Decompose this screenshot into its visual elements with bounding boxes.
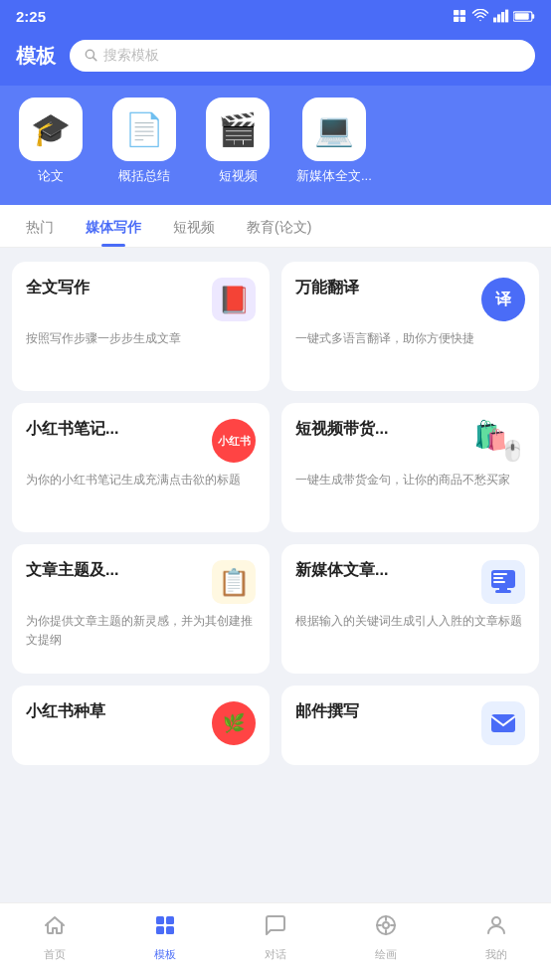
- search-icon: [84, 48, 97, 65]
- chat-icon: [264, 913, 287, 943]
- svg-rect-23: [166, 926, 174, 934]
- header-title: 模板: [16, 43, 60, 70]
- card-wenzhangzhuti-desc: 为你提供文章主题的新灵感，并为其创建推文提纲: [26, 612, 256, 650]
- card-xiaohongshu-title: 小红书笔记...: [26, 419, 118, 440]
- card-quanwen-desc: 按照写作步骤一步步生成文章: [26, 329, 256, 348]
- card-duanshipindaihuo-header: 短视频带货... 🛍️ 🖱️: [295, 419, 525, 463]
- template-item-xinmeiti[interactable]: 💻 新媒体全文...: [296, 98, 372, 185]
- tabs-container: 热门 媒体写作 短视频 教育(论文): [0, 205, 551, 248]
- card-quanwen-header: 全文写作 📕: [26, 278, 256, 321]
- main-content: 热门 媒体写作 短视频 教育(论文) 全文写作 📕 按照写作步骤一步步生成文章 …: [0, 205, 551, 859]
- template-item-luwen[interactable]: 🎓 论文: [16, 98, 86, 185]
- card-wenzhangzhuti[interactable]: 文章主题及... 📋 为你提供文章主题的新灵感，并为其创建推文提纲: [12, 544, 270, 674]
- svg-rect-17: [493, 577, 503, 579]
- svg-rect-4: [493, 18, 496, 23]
- card-duanshipindaihuo[interactable]: 短视频带货... 🛍️ 🖱️ 一键生成带货金句，让你的商品不愁买家: [281, 403, 539, 532]
- nav-label-mine: 我的: [485, 947, 507, 962]
- card-quanwen-title: 全文写作: [26, 278, 90, 298]
- card-wanengfanyi-title: 万能翻译: [295, 278, 359, 298]
- notification-icon: [452, 8, 467, 24]
- card-youjianbiaoti-header: 邮件撰写: [295, 701, 525, 745]
- tab-hot[interactable]: 热门: [10, 205, 70, 247]
- search-bar[interactable]: 搜索模板: [70, 40, 535, 72]
- svg-rect-7: [505, 10, 508, 23]
- luwen-icon-box: 🎓: [19, 98, 83, 161]
- template-item-duanshipin[interactable]: 🎬 短视频: [203, 98, 273, 185]
- svg-rect-5: [497, 14, 500, 22]
- xinmeiti-label: 新媒体全文...: [296, 167, 372, 185]
- card-xinmeitiwenzhang-title: 新媒体文章...: [295, 560, 388, 581]
- nav-item-mine[interactable]: 我的: [466, 913, 526, 962]
- bottom-nav: 首页 模板 对话: [0, 902, 551, 980]
- nav-label-chat: 对话: [265, 947, 286, 962]
- svg-rect-2: [454, 17, 459, 22]
- svg-rect-10: [515, 13, 529, 19]
- svg-rect-15: [499, 588, 507, 590]
- svg-rect-1: [460, 10, 465, 15]
- card-xinmeitiwenzhang-desc: 根据输入的关键词生成引人入胜的文章标题: [295, 612, 525, 631]
- search-placeholder: 搜索模板: [103, 47, 159, 65]
- template-scroll-area: 🎓 论文 📄 概括总结 🎬 短视频 💻 新媒体全文...: [0, 86, 551, 205]
- card-duanshipindaihuo-icon: 🛍️ 🖱️: [473, 419, 525, 463]
- nav-label-draw: 绘画: [375, 947, 397, 962]
- template-item-gaikuo[interactable]: 📄 概括总结: [109, 98, 179, 185]
- nav-item-home[interactable]: 首页: [25, 913, 85, 962]
- header: 模板 搜索模板: [0, 32, 551, 86]
- wifi-icon: [471, 9, 489, 23]
- card-youjianbiaoti[interactable]: 邮件撰写: [281, 686, 539, 765]
- gaikuo-icon-box: 📄: [112, 98, 176, 161]
- card-quanwen[interactable]: 全文写作 📕 按照写作步骤一步步生成文章: [12, 262, 270, 391]
- signal-icon: [493, 8, 509, 24]
- card-duanshipindaihuo-title: 短视频带货...: [295, 419, 388, 440]
- nav-item-chat[interactable]: 对话: [246, 913, 305, 962]
- tab-short-video[interactable]: 短视频: [157, 205, 231, 247]
- mine-icon: [484, 913, 508, 943]
- card-xiaohongshu-icon: 小红书: [212, 419, 256, 463]
- card-xiaohongshucaogen-header: 小红书种草 🌿: [26, 701, 256, 745]
- svg-rect-14: [495, 590, 511, 593]
- card-wenzhangzhuti-header: 文章主题及... 📋: [26, 560, 256, 604]
- tab-media-writing[interactable]: 媒体写作: [70, 205, 157, 247]
- card-youjianbiaoti-icon: [481, 701, 525, 745]
- card-xinmeitiwenzhang[interactable]: 新媒体文章... 根据输入的关键词生成引人入胜的文章标题: [281, 544, 539, 674]
- luwen-label: 论文: [38, 167, 64, 185]
- gaikuo-label: 概括总结: [118, 167, 170, 185]
- card-xiaohongshucaogen-title: 小红书种草: [26, 701, 105, 722]
- cards-grid: 全文写作 📕 按照写作步骤一步步生成文章 万能翻译 译 一键式多语言翻译，助你方…: [0, 248, 551, 779]
- tab-education[interactable]: 教育(论文): [231, 205, 327, 247]
- card-wanengfanyi-icon: 译: [481, 278, 525, 321]
- svg-rect-21: [166, 916, 174, 924]
- card-xiaohongshucaogen-icon: 🌿: [212, 701, 256, 745]
- svg-rect-16: [493, 573, 507, 575]
- svg-rect-20: [156, 916, 164, 924]
- card-xiaohongshu[interactable]: 小红书笔记... 小红书 为你的小红书笔记生成充满点击欲的标题: [12, 403, 270, 532]
- svg-rect-18: [493, 581, 505, 583]
- svg-rect-9: [532, 14, 534, 19]
- svg-line-12: [93, 57, 96, 60]
- svg-rect-0: [454, 10, 459, 15]
- battery-icon: [513, 10, 535, 23]
- home-icon: [43, 913, 67, 943]
- xinmeiti-icon-box: 💻: [302, 98, 366, 161]
- card-wanengfanyi-header: 万能翻译 译: [295, 278, 525, 321]
- card-xiaohongshucaogen[interactable]: 小红书种草 🌿: [12, 686, 270, 765]
- svg-rect-6: [501, 12, 504, 22]
- status-time: 2:25: [16, 8, 46, 25]
- nav-item-template[interactable]: 模板: [135, 913, 195, 962]
- svg-rect-22: [156, 926, 164, 934]
- status-bar: 2:25: [0, 0, 551, 32]
- card-youjianbiaoti-title: 邮件撰写: [295, 701, 359, 722]
- card-xinmeitiwenzhang-icon: [481, 560, 525, 604]
- nav-label-template: 模板: [154, 947, 176, 962]
- nav-label-home: 首页: [44, 947, 66, 962]
- svg-point-30: [492, 917, 500, 925]
- status-icons: [452, 8, 535, 24]
- svg-rect-19: [491, 714, 515, 732]
- duanshipin-label: 短视频: [219, 167, 258, 185]
- card-xiaohongshu-desc: 为你的小红书笔记生成充满点击欲的标题: [26, 471, 256, 490]
- draw-icon: [374, 913, 398, 943]
- nav-item-draw[interactable]: 绘画: [356, 913, 416, 962]
- card-wanengfanyi[interactable]: 万能翻译 译 一键式多语言翻译，助你方便快捷: [281, 262, 539, 391]
- card-wenzhangzhuti-title: 文章主题及...: [26, 560, 118, 581]
- card-quanwen-icon: 📕: [212, 278, 256, 321]
